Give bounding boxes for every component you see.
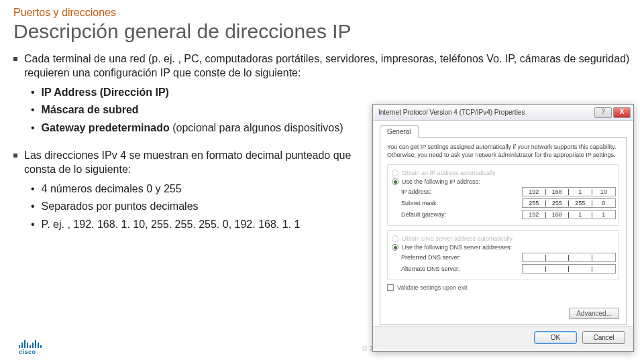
dialog-footer: OK Cancel: [373, 326, 633, 349]
ip-octet[interactable]: [523, 266, 546, 272]
advanced-button[interactable]: Advanced...: [569, 308, 619, 319]
bullet-dot-icon: •: [31, 103, 35, 117]
radio-icon: [392, 235, 398, 242]
ip-octet[interactable]: 1: [569, 212, 592, 218]
close-button[interactable]: X: [613, 107, 631, 118]
dns-group: Obtain DNS server address automatically …: [387, 230, 619, 280]
ip-octet[interactable]: [592, 266, 616, 272]
ip-octet[interactable]: 168: [546, 189, 570, 195]
ip-octet[interactable]: [569, 266, 592, 272]
label-ip-address: IP address:: [401, 188, 431, 195]
help-button[interactable]: ?: [594, 107, 612, 118]
checkbox-icon[interactable]: [387, 284, 394, 291]
cisco-bars-icon: [19, 339, 42, 348]
ipv4-format-text: Las direcciones IPv 4 se muestran en for…: [24, 149, 356, 177]
bullet-dot-icon: •: [31, 200, 35, 214]
bullet-dot-icon: •: [31, 86, 35, 100]
ip-octet[interactable]: [546, 266, 570, 272]
validate-label: Validate settings upon exit: [397, 284, 467, 291]
ip-octet[interactable]: 255: [569, 200, 592, 206]
ip-octet[interactable]: [592, 255, 616, 261]
radio-use-ip[interactable]: Use the following IP address:: [392, 178, 616, 185]
radio-icon: [392, 170, 398, 176]
alternate-dns-input[interactable]: [522, 264, 616, 274]
ip-address-input[interactable]: 192 168 1 10: [522, 187, 616, 196]
ip-octet[interactable]: 168: [546, 212, 570, 218]
sub-separated: Separados por puntos decimales: [42, 200, 199, 214]
cisco-text: cisco: [19, 349, 36, 355]
ip-octet[interactable]: [546, 255, 570, 261]
sub-gateway-rest: (opcional para algunos dispositivos): [170, 122, 343, 133]
sub-gateway-bold: Gateway predeterminado: [42, 122, 170, 133]
intro-text: Cada terminal de una red (p. ej. , PC, c…: [24, 52, 631, 80]
preferred-dns-input[interactable]: [522, 253, 616, 262]
radio-use-ip-label: Use the following IP address:: [402, 178, 480, 185]
tab-general[interactable]: General: [380, 125, 419, 138]
bullet-dot-icon: •: [31, 121, 35, 135]
brand-footer: cisco: [19, 339, 42, 355]
ip-octet[interactable]: [569, 255, 592, 261]
radio-obtain-ip[interactable]: Obtain an IP address automatically: [392, 170, 616, 176]
bullet-dot-icon: •: [31, 218, 35, 232]
ok-button[interactable]: OK: [534, 331, 577, 344]
validate-checkbox-row[interactable]: Validate settings upon exit: [387, 284, 619, 291]
ip-octet[interactable]: 192: [523, 212, 546, 218]
tab-pane: You can get IP settings assigned automat…: [380, 137, 627, 325]
radio-obtain-ip-label: Obtain an IP address automatically: [402, 170, 495, 176]
ip-octet[interactable]: 0: [592, 200, 616, 206]
bullet-dot-icon: •: [31, 182, 35, 196]
cisco-logo: cisco: [19, 339, 42, 355]
sub-gateway: Gateway predeterminado (opcional para al…: [42, 121, 343, 135]
dialog-titlebar[interactable]: Internet Protocol Version 4 (TCP/IPv4) P…: [373, 105, 633, 121]
dialog-title: Internet Protocol Version 4 (TCP/IPv4) P…: [378, 109, 525, 116]
ip-octet[interactable]: [523, 255, 546, 261]
ip-group: Obtain an IP address automatically Use t…: [387, 164, 619, 226]
ip-octet[interactable]: 1: [592, 212, 616, 218]
dialog-description: You can get IP settings assigned automat…: [387, 143, 619, 159]
section-label: Puertos y direcciones: [13, 7, 631, 19]
ip-octet[interactable]: 255: [546, 200, 570, 206]
radio-use-dns[interactable]: Use the following DNS server addresses:: [392, 244, 616, 251]
sub-range: 4 números decimales 0 y 255: [42, 182, 182, 196]
sub-subnet-mask: Máscara de subred: [42, 103, 139, 117]
default-gateway-input[interactable]: 192 168 1 1: [522, 210, 616, 219]
ip-octet[interactable]: 192: [523, 189, 546, 195]
page-title: Descripción general de direcciones IP: [13, 20, 631, 43]
bullet-square-icon: [13, 57, 17, 61]
sub-ip-address: IP Address (Dirección IP): [42, 86, 169, 100]
label-subnet-mask: Subnet mask:: [401, 200, 438, 206]
radio-obtain-dns-label: Obtain DNS server address automatically: [402, 235, 513, 242]
radio-icon: [392, 178, 398, 185]
radio-obtain-dns[interactable]: Obtain DNS server address automatically: [392, 235, 616, 242]
ip-octet[interactable]: 10: [592, 189, 616, 195]
radio-icon: [392, 244, 398, 251]
label-preferred-dns: Preferred DNS server:: [401, 254, 461, 261]
radio-use-dns-label: Use the following DNS server addresses:: [402, 244, 512, 251]
label-alternate-dns: Alternate DNS server:: [401, 265, 460, 272]
ip-octet[interactable]: 255: [523, 200, 546, 206]
ip-octet[interactable]: 1: [569, 189, 592, 195]
subnet-mask-input[interactable]: 255 255 255 0: [522, 198, 616, 208]
bullet-square-icon: [13, 154, 17, 158]
cancel-button[interactable]: Cancel: [582, 331, 625, 344]
sub-example: P. ej. , 192. 168. 1. 10, 255. 255. 255.…: [42, 218, 301, 232]
label-default-gateway: Default gateway:: [401, 211, 446, 218]
ipv4-properties-dialog: Internet Protocol Version 4 (TCP/IPv4) P…: [372, 104, 634, 352]
